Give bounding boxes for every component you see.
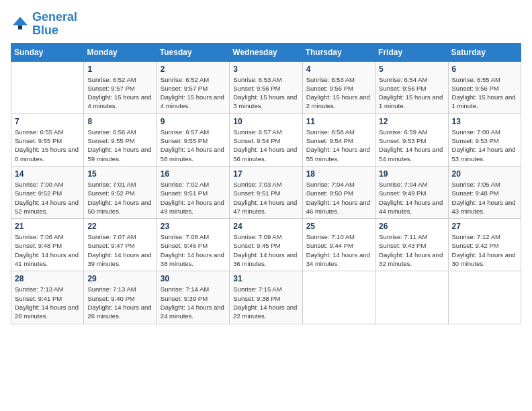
day-number: 12 [379,117,444,126]
calendar-cell: 22Sunrise: 7:07 AMSunset: 9:47 PMDayligh… [84,219,157,271]
day-info: Sunrise: 6:58 AMSunset: 9:54 PMDaylight:… [306,128,371,163]
calendar-week-3: 14Sunrise: 7:00 AMSunset: 9:52 PMDayligh… [11,166,521,218]
day-info: Sunrise: 7:11 AMSunset: 9:43 PMDaylight:… [379,232,444,268]
calendar-cell: 26Sunrise: 7:11 AMSunset: 9:43 PMDayligh… [375,219,448,271]
day-number: 5 [379,64,444,74]
day-number: 8 [87,117,152,126]
day-number: 16 [161,169,226,179]
day-info: Sunrise: 6:55 AMSunset: 9:56 PMDaylight:… [452,75,517,111]
day-number: 23 [161,222,226,231]
logo: General Blue [11,11,77,38]
day-number: 18 [306,169,371,179]
calendar-cell: 9Sunrise: 6:57 AMSunset: 9:55 PMDaylight… [157,113,229,166]
calendar-cell: 15Sunrise: 7:01 AMSunset: 9:52 PMDayligh… [84,166,157,218]
day-info: Sunrise: 7:09 AMSunset: 9:45 PMDaylight:… [233,232,298,268]
day-info: Sunrise: 7:15 AMSunset: 9:38 PMDaylight:… [233,285,298,320]
day-info: Sunrise: 7:07 AMSunset: 9:47 PMDaylight:… [87,232,152,268]
day-number: 17 [233,169,298,179]
day-info: Sunrise: 6:54 AMSunset: 9:56 PMDaylight:… [379,75,444,111]
day-info: Sunrise: 6:56 AMSunset: 9:55 PMDaylight:… [87,128,152,163]
calendar-week-4: 21Sunrise: 7:06 AMSunset: 9:48 PMDayligh… [11,219,521,271]
day-info: Sunrise: 7:12 AMSunset: 9:42 PMDaylight:… [452,232,517,268]
calendar-cell: 2Sunrise: 6:52 AMSunset: 9:57 PMDaylight… [157,61,229,113]
day-info: Sunrise: 7:04 AMSunset: 9:50 PMDaylight:… [306,180,371,216]
header-day-sunday: Sunday [11,43,84,61]
day-info: Sunrise: 7:02 AMSunset: 9:51 PMDaylight:… [161,180,226,216]
day-number: 20 [452,169,517,179]
calendar-cell: 27Sunrise: 7:12 AMSunset: 9:42 PMDayligh… [448,219,521,271]
calendar-header-row: SundayMondayTuesdayWednesdayThursdayFrid… [11,43,521,61]
day-number: 1 [87,64,152,74]
day-number: 26 [379,222,444,231]
day-number: 29 [87,274,152,283]
calendar-cell: 4Sunrise: 6:53 AMSunset: 9:56 PMDaylight… [302,61,375,113]
calendar-cell: 10Sunrise: 6:57 AMSunset: 9:54 PMDayligh… [230,113,302,166]
day-info: Sunrise: 7:13 AMSunset: 9:40 PMDaylight:… [87,285,152,320]
day-number: 21 [15,222,80,231]
svg-marker-0 [13,17,28,25]
calendar-cell: 30Sunrise: 7:14 AMSunset: 9:39 PMDayligh… [157,271,229,324]
day-info: Sunrise: 6:55 AMSunset: 9:55 PMDaylight:… [15,128,80,163]
day-info: Sunrise: 6:59 AMSunset: 9:53 PMDaylight:… [379,128,444,163]
day-number: 13 [452,117,517,126]
header-day-saturday: Saturday [448,43,521,61]
day-number: 19 [379,169,444,179]
calendar-cell: 24Sunrise: 7:09 AMSunset: 9:45 PMDayligh… [230,219,302,271]
day-info: Sunrise: 6:52 AMSunset: 9:57 PMDaylight:… [87,75,152,111]
calendar-cell: 17Sunrise: 7:03 AMSunset: 9:51 PMDayligh… [230,166,302,218]
day-info: Sunrise: 6:53 AMSunset: 9:56 PMDaylight:… [306,75,371,111]
day-number: 2 [161,64,226,74]
calendar-cell: 7Sunrise: 6:55 AMSunset: 9:55 PMDaylight… [11,113,84,166]
calendar-cell: 3Sunrise: 6:53 AMSunset: 9:56 PMDaylight… [230,61,302,113]
calendar-cell: 13Sunrise: 7:00 AMSunset: 9:53 PMDayligh… [448,113,521,166]
day-number: 7 [15,117,80,126]
day-info: Sunrise: 7:13 AMSunset: 9:41 PMDaylight:… [15,285,80,320]
day-info: Sunrise: 7:10 AMSunset: 9:44 PMDaylight:… [306,232,371,268]
svg-rect-1 [18,25,22,29]
logo-text: General Blue [32,11,77,38]
logo-icon [11,15,30,34]
day-number: 24 [233,222,298,231]
calendar-cell: 31Sunrise: 7:15 AMSunset: 9:38 PMDayligh… [230,271,302,324]
calendar-week-5: 28Sunrise: 7:13 AMSunset: 9:41 PMDayligh… [11,271,521,324]
header-day-wednesday: Wednesday [230,43,302,61]
day-info: Sunrise: 6:57 AMSunset: 9:55 PMDaylight:… [161,128,226,163]
day-number: 14 [15,169,80,179]
calendar-cell: 28Sunrise: 7:13 AMSunset: 9:41 PMDayligh… [11,271,84,324]
day-info: Sunrise: 7:08 AMSunset: 9:46 PMDaylight:… [161,232,226,268]
day-number: 11 [306,117,371,126]
day-number: 10 [233,117,298,126]
calendar-cell: 11Sunrise: 6:58 AMSunset: 9:54 PMDayligh… [302,113,375,166]
calendar-table: SundayMondayTuesdayWednesdayThursdayFrid… [11,43,521,324]
day-number: 6 [452,64,517,74]
calendar-week-1: 1Sunrise: 6:52 AMSunset: 9:57 PMDaylight… [11,61,521,113]
header-day-friday: Friday [375,43,448,61]
calendar-cell: 20Sunrise: 7:05 AMSunset: 9:48 PMDayligh… [448,166,521,218]
calendar-cell: 14Sunrise: 7:00 AMSunset: 9:52 PMDayligh… [11,166,84,218]
day-number: 3 [233,64,298,74]
day-info: Sunrise: 6:52 AMSunset: 9:57 PMDaylight:… [161,75,226,111]
day-number: 25 [306,222,371,231]
calendar-cell [448,271,521,324]
day-info: Sunrise: 7:14 AMSunset: 9:39 PMDaylight:… [161,285,226,320]
day-info: Sunrise: 7:03 AMSunset: 9:51 PMDaylight:… [233,180,298,216]
day-number: 9 [161,117,226,126]
calendar-cell: 5Sunrise: 6:54 AMSunset: 9:56 PMDaylight… [375,61,448,113]
day-number: 28 [15,274,80,283]
calendar-week-2: 7Sunrise: 6:55 AMSunset: 9:55 PMDaylight… [11,113,521,166]
day-number: 4 [306,64,371,74]
day-info: Sunrise: 7:00 AMSunset: 9:53 PMDaylight:… [452,128,517,163]
day-info: Sunrise: 7:06 AMSunset: 9:48 PMDaylight:… [15,232,80,268]
header: General Blue [11,11,521,38]
calendar-cell: 25Sunrise: 7:10 AMSunset: 9:44 PMDayligh… [302,219,375,271]
day-info: Sunrise: 6:53 AMSunset: 9:56 PMDaylight:… [233,75,298,111]
calendar-cell: 18Sunrise: 7:04 AMSunset: 9:50 PMDayligh… [302,166,375,218]
calendar-body: 1Sunrise: 6:52 AMSunset: 9:57 PMDaylight… [11,61,521,324]
calendar-cell: 8Sunrise: 6:56 AMSunset: 9:55 PMDaylight… [84,113,157,166]
calendar-cell: 1Sunrise: 6:52 AMSunset: 9:57 PMDaylight… [84,61,157,113]
header-day-thursday: Thursday [302,43,375,61]
day-number: 30 [161,274,226,283]
calendar-cell [11,61,84,113]
day-info: Sunrise: 6:57 AMSunset: 9:54 PMDaylight:… [233,128,298,163]
day-number: 15 [87,169,152,179]
